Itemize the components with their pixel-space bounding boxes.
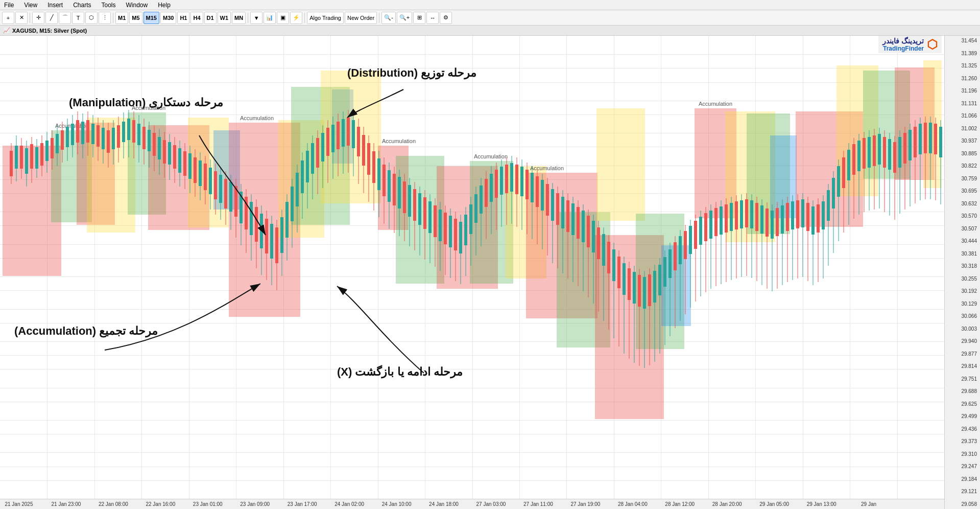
time-label: 23 Jan 09:00: [240, 501, 270, 507]
tf-mn-btn[interactable]: MN: [232, 12, 246, 24]
svg-rect-355: [811, 206, 815, 235]
svg-rect-177: [357, 127, 360, 156]
svg-rect-39: [923, 60, 942, 188]
price-label: 30.318: [946, 263, 979, 269]
zoom-in-btn[interactable]: 🔍+: [397, 12, 412, 24]
curve-btn[interactable]: ⌒: [59, 12, 71, 24]
tf-m15-btn[interactable]: M15: [144, 12, 159, 24]
price-label: 31.325: [946, 63, 979, 68]
candle-type-btn[interactable]: 📊: [264, 12, 276, 24]
chart-canvas[interactable]: Accumulation Accumulation Accumulation: [0, 36, 944, 499]
svg-rect-401: [929, 123, 932, 153]
menu-item-charts[interactable]: Charts: [71, 2, 93, 9]
tf-d1-btn[interactable]: D1: [204, 12, 217, 24]
time-label: 24 Jan 02:00: [334, 501, 364, 507]
menu-item-help[interactable]: Help: [156, 2, 173, 9]
svg-rect-189: [388, 170, 391, 202]
svg-rect-83: [117, 125, 120, 148]
bar-btn[interactable]: ▣: [277, 12, 289, 24]
svg-rect-187: [383, 165, 386, 196]
svg-rect-87: [127, 119, 130, 140]
svg-rect-315: [709, 211, 712, 239]
algo-trading-btn[interactable]: Algo Trading: [307, 12, 344, 24]
price-label: 29.121: [946, 489, 979, 494]
menu-item-insert[interactable]: Insert: [45, 2, 65, 9]
svg-rect-161: [316, 138, 319, 168]
svg-rect-59: [56, 134, 59, 153]
tf-w1-btn[interactable]: W1: [218, 12, 231, 24]
shapes-btn[interactable]: ⬡: [85, 12, 98, 24]
svg-rect-367: [842, 157, 845, 188]
tf-m1-btn[interactable]: M1: [115, 12, 128, 24]
svg-rect-29: [661, 245, 691, 326]
svg-rect-149: [285, 202, 289, 238]
price-label: 29.184: [946, 476, 979, 482]
menu-item-window[interactable]: Window: [124, 2, 150, 9]
tf-h1-btn[interactable]: H1: [177, 12, 189, 24]
svg-rect-117: [204, 164, 207, 190]
svg-rect-67: [76, 120, 79, 143]
svg-rect-267: [587, 216, 590, 247]
svg-rect-75: [97, 125, 100, 147]
indicator-btn[interactable]: ⚡: [290, 12, 302, 24]
svg-rect-237: [510, 163, 513, 192]
text-btn[interactable]: T: [72, 12, 84, 24]
menu-item-file[interactable]: File: [2, 2, 16, 9]
grid-btn[interactable]: ⊞: [413, 12, 425, 24]
svg-rect-1: [51, 130, 92, 222]
chart-area: Accumulation Accumulation Accumulation: [0, 36, 980, 509]
svg-text:Accumulation: Accumulation: [474, 153, 508, 159]
price-label: 30.695: [946, 188, 979, 194]
svg-rect-127: [229, 182, 232, 212]
menu-item-view[interactable]: View: [22, 2, 39, 9]
svg-rect-19: [437, 166, 498, 289]
svg-rect-357: [817, 204, 820, 233]
zoom-out-btn[interactable]: 🔍-: [381, 12, 396, 24]
svg-rect-279: [617, 257, 620, 288]
new-chart-btn[interactable]: +: [2, 12, 14, 24]
new-order-btn[interactable]: New Order: [345, 12, 377, 24]
time-label: 27 Jan 11:00: [523, 501, 553, 507]
svg-rect-81: [112, 128, 115, 149]
svg-rect-301: [674, 242, 677, 270]
time-axis: 21 Jan 2025 21 Jan 23:00 22 Jan 08:00 22…: [0, 499, 944, 509]
line-btn[interactable]: ╱: [45, 12, 58, 24]
distribution-label: مرحله توزیع (Distribution): [347, 66, 476, 80]
svg-rect-247: [536, 176, 539, 207]
auto-scroll-btn[interactable]: ↔: [426, 12, 439, 24]
svg-rect-311: [699, 217, 702, 245]
time-label: 27 Jan 03:00: [476, 501, 506, 507]
svg-rect-77: [102, 128, 105, 149]
svg-rect-37: [863, 71, 910, 179]
price-label: 31.454: [946, 38, 979, 43]
logo-english: TradingFinder: [882, 45, 924, 52]
tf-m30-btn[interactable]: M30: [160, 12, 176, 24]
svg-rect-93: [142, 127, 146, 149]
accumulation-label: مرحله تجمیع (Accumulation): [14, 325, 158, 338]
svg-rect-101: [163, 140, 166, 164]
svg-rect-193: [398, 177, 401, 209]
chart-type-btn[interactable]: ▼: [250, 12, 262, 24]
svg-rect-403: [934, 124, 937, 154]
properties-btn[interactable]: ⚙: [440, 12, 452, 24]
more-tools-btn[interactable]: ⋮: [99, 12, 111, 24]
svg-rect-307: [689, 226, 692, 254]
svg-rect-397: [919, 124, 922, 154]
svg-rect-395: [914, 127, 917, 157]
svg-rect-141: [265, 219, 268, 253]
svg-rect-13: [291, 87, 350, 225]
menu-item-tools[interactable]: Tools: [100, 2, 118, 9]
price-label: 29.814: [946, 363, 979, 369]
crosshair-btn[interactable]: ✛: [32, 12, 44, 24]
svg-rect-319: [720, 206, 723, 235]
svg-rect-297: [663, 257, 666, 287]
svg-rect-353: [806, 203, 809, 231]
tf-m5-btn[interactable]: M5: [129, 12, 142, 24]
time-label: 24 Jan 10:00: [382, 501, 412, 507]
svg-rect-201: [418, 193, 421, 225]
svg-rect-329: [745, 199, 748, 227]
svg-rect-205: [428, 201, 432, 233]
tf-h4-btn[interactable]: H4: [190, 12, 203, 24]
close-chart-btn[interactable]: ✕: [15, 12, 28, 24]
price-label: 30.632: [946, 201, 979, 206]
